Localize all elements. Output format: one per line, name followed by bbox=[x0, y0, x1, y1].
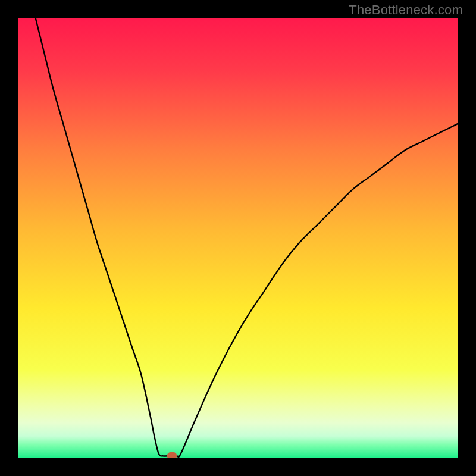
outer-frame: TheBottleneck.com bbox=[0, 0, 476, 476]
curve-layer bbox=[18, 18, 458, 458]
watermark-text: TheBottleneck.com bbox=[349, 2, 463, 18]
optimal-point-marker bbox=[167, 452, 177, 458]
plot-area bbox=[18, 18, 458, 458]
bottleneck-curve bbox=[36, 18, 458, 457]
